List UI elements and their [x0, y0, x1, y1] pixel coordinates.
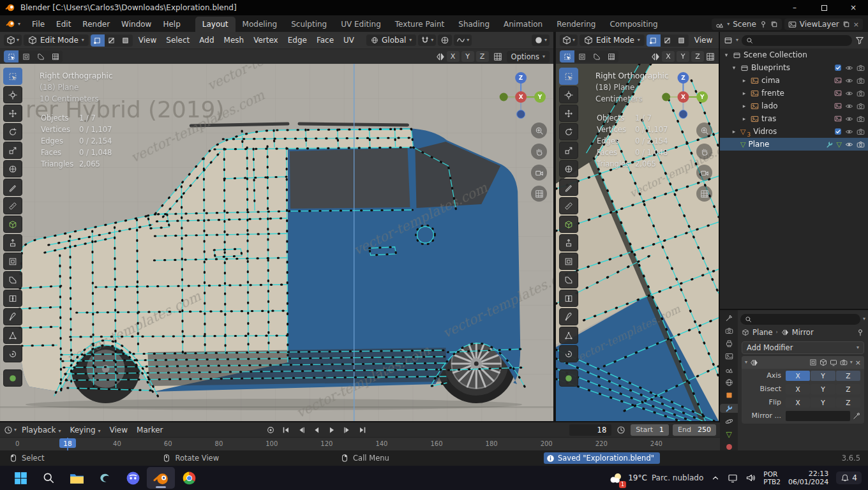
select-subtract-button[interactable]	[33, 50, 48, 63]
properties-search-input[interactable]	[740, 314, 860, 325]
playhead-label[interactable]: 18	[59, 438, 76, 448]
frame-end-field[interactable]: End 250	[673, 424, 716, 436]
chrome-button[interactable]	[175, 467, 203, 489]
maximize-button[interactable]	[809, 0, 839, 15]
transform-orientation-dropdown[interactable]: Global ▾	[366, 34, 416, 46]
saved-notification[interactable]: Saved "Exploration.blend"	[544, 452, 660, 464]
tool-inset-faces[interactable]	[559, 253, 578, 270]
tab-sculpting[interactable]: Sculpting	[284, 17, 334, 32]
tab-animation[interactable]: Animation	[497, 17, 550, 32]
tool-cursor[interactable]	[3, 86, 22, 103]
mirror-y-toggle[interactable]: Y	[461, 51, 474, 62]
tab-render[interactable]	[720, 326, 738, 335]
gizmo-y-negative[interactable]	[500, 93, 508, 101]
vertex-select-button[interactable]	[647, 34, 661, 47]
edge-button[interactable]	[91, 467, 119, 489]
blender-menu-button[interactable]: ▾	[0, 16, 26, 32]
timeline-editor-icon[interactable]	[4, 426, 13, 434]
filter-icon[interactable]	[855, 36, 864, 45]
axis-y-toggle[interactable]: Y	[811, 371, 835, 381]
tray-chevron-up-icon[interactable]	[711, 473, 720, 482]
axis-z-toggle[interactable]: Z	[836, 371, 860, 381]
tool-measure[interactable]	[3, 197, 22, 214]
frame-start-field[interactable]: Start 1	[631, 424, 669, 436]
menu-vertex[interactable]: Vertex	[250, 34, 282, 47]
eyedropper-icon[interactable]	[853, 412, 860, 420]
edge-select-button[interactable]	[661, 34, 675, 47]
edge-select-button[interactable]	[105, 34, 119, 47]
menu-render[interactable]: Render	[77, 17, 116, 32]
tool-rotate[interactable]	[559, 123, 578, 140]
tool-transform[interactable]	[3, 160, 22, 177]
pin-icon[interactable]	[857, 329, 864, 336]
chevron-down-icon[interactable]: ▾	[745, 360, 747, 365]
mirror-y-toggle[interactable]: Y	[677, 51, 689, 62]
axis-x-toggle[interactable]: X	[786, 371, 810, 381]
camera-view-icon[interactable]	[531, 165, 547, 181]
tool-poly-build[interactable]	[3, 327, 22, 344]
keyboard-language[interactable]: PORPTB2	[763, 470, 781, 486]
outliner-editor-icon[interactable]	[724, 36, 733, 45]
camera-view-icon[interactable]	[696, 165, 712, 181]
clock[interactable]: 22:1306/01/2024	[788, 470, 828, 486]
outliner-row-scene-collection[interactable]: ▾ Scene Collection	[720, 48, 868, 61]
tab-world[interactable]	[720, 378, 738, 387]
eye-icon[interactable]	[845, 89, 853, 98]
outliner-row-cima[interactable]: ▸ cima	[720, 74, 868, 87]
menu-file[interactable]: File	[26, 17, 50, 32]
tab-texture-paint[interactable]: Texture Paint	[388, 17, 451, 32]
discord-button[interactable]	[119, 467, 147, 489]
eye-icon[interactable]	[845, 64, 853, 72]
preview-range-icon[interactable]	[617, 426, 625, 434]
image-data-icon[interactable]	[834, 102, 842, 110]
image-data-icon[interactable]	[834, 115, 842, 122]
timeline-ruler[interactable]: 020 4060 80100 120140 160180 200220 240 …	[0, 437, 720, 450]
menu-keying[interactable]: Keying ▾	[66, 424, 104, 436]
tab-output[interactable]	[720, 339, 738, 348]
jump-to-start-button[interactable]	[280, 424, 293, 436]
network-icon[interactable]	[728, 473, 738, 483]
menu-edge[interactable]: Edge	[284, 34, 311, 47]
modifier-wrench-icon[interactable]	[826, 140, 834, 148]
tool-move[interactable]	[3, 105, 22, 122]
new-scene-icon[interactable]	[770, 20, 778, 28]
outliner-row-vidros[interactable]: ▸ ▽ 3 Vidros	[720, 125, 868, 138]
vertex-select-button[interactable]	[91, 34, 105, 47]
next-keyframe-button[interactable]	[341, 424, 354, 436]
viewport-left-canvas[interactable]: vector-templates.com vector-templates.co…	[0, 64, 553, 421]
tool-move[interactable]	[559, 105, 578, 122]
tool-add-cube[interactable]	[3, 216, 22, 233]
display-on-cage-toggle[interactable]	[809, 359, 817, 366]
select-new-button[interactable]	[4, 50, 19, 63]
tool-poly-build[interactable]	[559, 327, 578, 344]
pan-hand-icon[interactable]	[696, 144, 712, 160]
play-button[interactable]	[326, 424, 339, 436]
face-select-button[interactable]	[119, 34, 133, 47]
tool-knife[interactable]	[559, 308, 578, 325]
chevron-down-icon[interactable]: ▾	[863, 316, 865, 322]
volume-icon[interactable]	[745, 473, 756, 483]
editor-type-button[interactable]: ▾	[4, 34, 22, 46]
menu-view[interactable]: View	[106, 424, 131, 436]
outliner-search-input[interactable]	[742, 35, 852, 46]
tool-extrude[interactable]	[559, 234, 578, 251]
tool-add-sphere[interactable]	[559, 369, 578, 387]
mirror-x-toggle[interactable]: X	[662, 51, 675, 62]
outliner-row-frente[interactable]: ▸ frente	[720, 87, 868, 100]
snap-grid-icon[interactable]	[493, 52, 502, 61]
extras-menu-icon[interactable]: ▾	[850, 360, 853, 365]
tool-loop-cut[interactable]	[559, 290, 578, 307]
image-data-icon[interactable]	[834, 89, 842, 97]
tab-material[interactable]	[720, 443, 738, 450]
select-new-button[interactable]	[560, 50, 574, 63]
notification-center-button[interactable]: 4	[836, 471, 862, 484]
outliner-row-plane[interactable]: ▽ Plane ▽	[720, 138, 868, 151]
viewport-right-canvas[interactable]: vector-templates.com vector-templates.co…	[556, 64, 719, 421]
snap-grid-icon[interactable]	[706, 52, 715, 61]
zoom-icon[interactable]	[531, 122, 547, 138]
bisect-y-toggle[interactable]: Y	[811, 384, 835, 394]
flip-x-toggle[interactable]: X	[786, 397, 810, 408]
menu-mesh[interactable]: Mesh	[220, 34, 248, 47]
snap-toggle[interactable]: ▾	[418, 34, 436, 46]
checkbox-icon[interactable]	[834, 64, 842, 71]
